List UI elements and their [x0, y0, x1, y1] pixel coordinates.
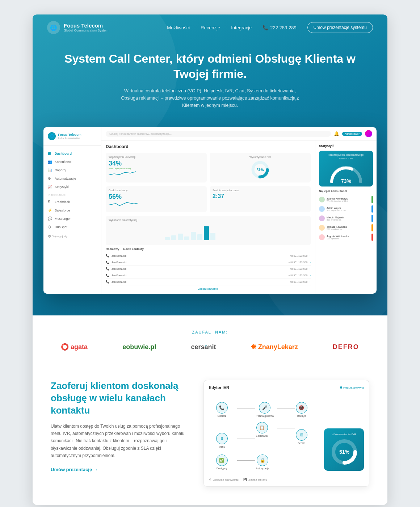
svg-rect-9 — [204, 226, 209, 240]
sidebar-item-stats[interactable]: 📈 Statystyki — [43, 183, 101, 191]
user-avatar — [365, 130, 372, 137]
nav-link-integracje[interactable]: Integracje — [231, 25, 252, 30]
messenger-icon: 💬 — [48, 217, 52, 221]
sidebar-item-dashboard[interactable]: ⊞ Dashboard — [43, 149, 101, 158]
call-phone-4: +48 501 123 500 — [289, 274, 308, 277]
svg-rect-10 — [210, 233, 215, 240]
calls-section: Rozmowy Nowe kontakty 📞 Jan Kowalski +48… — [106, 247, 311, 290]
sidebar-item-messenger[interactable]: 💬 Messenger — [43, 214, 101, 223]
serwis-icon: 🖥 — [296, 429, 307, 441]
rule-dot — [340, 386, 342, 389]
ivr-node-dostepny: ✅ Dostępny — [216, 454, 228, 470]
navigation: 🌐 Focus Telecom Global Communication Sys… — [33, 14, 387, 41]
ivr-rule: Reguła aktywna — [340, 386, 364, 389]
client-logo-agata: ⭕ agata — [61, 343, 88, 351]
svg-rect-3 — [165, 237, 170, 240]
connector-2 — [277, 408, 295, 408]
sidebar-item-freshdesk[interactable]: S Freshdesk — [43, 198, 101, 206]
svg-text:51%: 51% — [256, 168, 264, 172]
call-row-1: 📞 Jan Kowalski +48 501 123 500 › — [106, 253, 311, 259]
call-row-2: 📞 Jan Kowalski +48 501 123 500 › — [106, 259, 311, 266]
widget-avg-time-label: Średni czas połączenia — [213, 189, 308, 192]
sidebar-item-consultants[interactable]: 👥 Konsultanci — [43, 158, 101, 166]
logout-row[interactable]: ⏻ Wyloguj się — [43, 231, 101, 242]
ivr-bottom-actions: ↺ Odśwież zapowiedzi 💾 Zapisz zmiany — [209, 478, 364, 481]
svg-rect-4 — [171, 235, 176, 240]
autoryzacja-label: Autoryzacja — [256, 467, 269, 470]
ivr-refresh[interactable]: ↺ Odśwież zapowiedzi — [209, 478, 239, 481]
goal-gauge-svg: 73% — [328, 162, 364, 184]
call-icon-3: 📞 — [106, 267, 109, 271]
mock-top-right: 🔔 Administrator — [334, 130, 372, 137]
nav-cta-button[interactable]: Umów prezentację systemu — [307, 22, 373, 33]
mock-logo-sub: Global Communication — [58, 137, 81, 139]
consultant-info-4: Tomasz Kowalska 200 wyników: śr. — [327, 226, 370, 230]
logo-subtitle: Global Communication System — [64, 29, 109, 32]
consultant-info-5: Jagoda Wiśniewska 100 wyników — [327, 235, 370, 240]
feature-right: Edytor IVR Reguła aktywna 📞 Odbierz — [203, 380, 369, 487]
mock-main: Szukaj konsultantów, numerów, automatyza… — [101, 127, 377, 294]
consultant-avatar-5 — [319, 234, 325, 240]
mock-logo-text: Focus Telecom Global Communication — [58, 133, 81, 139]
dashboard-icon: ⊞ — [48, 151, 52, 155]
phone-icon: 📞 — [262, 25, 268, 30]
sidebar-label-reports: Raporty — [55, 168, 66, 172]
widget-avg-time-value: 2:37 — [213, 193, 308, 200]
mock-topbar: Szukaj konsultantów, numerów, automatyza… — [101, 127, 377, 141]
sidebar-label-automation: Automatyzacje — [55, 177, 76, 180]
bell-icon: 🔔 — [334, 131, 339, 136]
consultant-info-3: Marcin Majerek 300 średnio: śr. — [327, 216, 370, 221]
logo-title: Focus Telecom — [64, 23, 109, 29]
client-logo-eobuwie: eobuwie.pl — [122, 343, 156, 351]
sidebar-item-hubspot[interactable]: ⬡ HubSpot — [43, 223, 101, 231]
ivr-usage-gauge: 51% — [330, 437, 359, 466]
call-name-5: Jan Kowalski — [112, 281, 286, 283]
widget-ivr: Wykorzystanie IVR 51% — [210, 153, 311, 183]
ivr-save[interactable]: 💾 Zapisz zmiany — [243, 478, 267, 481]
ivr-node-poczta: 🎤 Poczta głosowa — [256, 402, 274, 417]
nav-link-recenzje[interactable]: Recenzje — [201, 25, 220, 30]
goal-label: Realizacja celu sprzedażowego: — [322, 154, 370, 156]
call-icon-4: 📞 — [106, 274, 109, 277]
svg-text:51%: 51% — [339, 449, 350, 455]
call-row-5: 📞 Jan Kowalski +48 501 123 500 › — [106, 279, 311, 285]
consultant-name-3: Marcin Majerek — [327, 216, 370, 219]
sidebar-item-salesforce[interactable]: ⚡ Salesforce — [43, 206, 101, 214]
logo-icon: 🌐 — [47, 21, 60, 34]
mock-center: Dashboard Współczynnik konwersji 34% +2%… — [101, 141, 315, 294]
stats-title: Statystyki — [319, 144, 373, 148]
mock-right-panel: Statystyki Realizacja celu sprzedażowego… — [315, 141, 377, 294]
goal-sublabel: Ostatnie 7 dni — [322, 158, 370, 160]
dashboard-mockup: 🌐 Focus Telecom Global Communication ⊞ D… — [43, 127, 377, 294]
call-phone-5: +48 501 123 500 — [289, 281, 308, 283]
ivr-diagram: 📞 Odbierz 🎤 Poczta głosowa 📵 — [209, 395, 364, 474]
see-all-link[interactable]: Zobacz wszystkie — [106, 288, 311, 290]
mock-logo-title: Focus Telecom — [58, 133, 81, 137]
sidebar-item-automation[interactable]: ⚙ Automatyzacje — [43, 174, 101, 183]
call-icon-2: 📞 — [106, 261, 109, 264]
feature-left: Zaoferuj klientom doskonałą obsługę w wi… — [51, 380, 189, 472]
connector-4 — [277, 428, 295, 428]
sidebar-item-reports[interactable]: 📊 Raporty — [43, 166, 101, 174]
poczta-icon: 🎤 — [259, 402, 270, 414]
logo-area: 🌐 Focus Telecom Global Communication Sys… — [47, 21, 109, 34]
consultant-bar-5 — [371, 234, 373, 241]
mock-sidebar: 🌐 Focus Telecom Global Communication ⊞ D… — [43, 127, 101, 294]
serwis-label: Serwis — [298, 442, 305, 444]
consultant-name-4: Tomasz Kowalska — [327, 226, 370, 228]
automation-icon: ⚙ — [48, 176, 52, 180]
connector-v1 — [222, 414, 223, 432]
admin-badge: Administrator — [342, 132, 362, 136]
ivr-mockup: Edytor IVR Reguła aktywna 📞 Odbierz — [203, 380, 369, 487]
feature-cta[interactable]: Umów prezentację → — [51, 467, 189, 472]
consultant-avatar-3 — [319, 215, 325, 221]
call-phone-1: +48 501 123 500 — [289, 255, 308, 257]
freshdesk-icon: S — [48, 200, 52, 204]
mock-search[interactable]: Szukaj konsultantów, numerów, automatyza… — [106, 131, 331, 137]
nav-link-mozliwosci[interactable]: Możliwości — [167, 25, 190, 30]
consultant-bar-4 — [371, 224, 373, 231]
feature-section: Zaoferuj klientom doskonałą obsługę w wi… — [33, 362, 387, 505]
ivr-top: Edytor IVR Reguła aktywna — [209, 385, 364, 390]
widget-conversion: Współczynnik konwersji 34% +2% Lepiej ni… — [106, 153, 207, 183]
automation-label: Wykonanie automatyzacji — [109, 219, 308, 221]
